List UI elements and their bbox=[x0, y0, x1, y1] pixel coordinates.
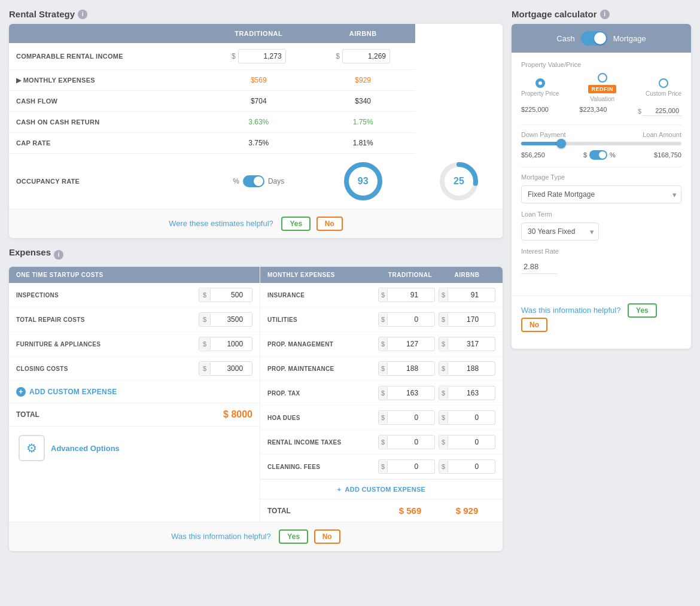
divider2 bbox=[521, 167, 681, 168]
mortgage-card: Cash Mortgage Property Value/Price Prope… bbox=[512, 24, 691, 349]
dp-toggle[interactable] bbox=[589, 150, 607, 160]
onetime-plus-icon: + bbox=[16, 387, 26, 397]
rental-taxes-airbnb-input[interactable] bbox=[448, 436, 481, 449]
col-airbnb: AIRBNB bbox=[311, 24, 415, 43]
insurance-traditional-input[interactable] bbox=[388, 288, 421, 302]
prop-tax-airbnb-input[interactable] bbox=[448, 386, 481, 400]
property-price-radio[interactable] bbox=[535, 78, 545, 88]
loan-amount-label: Loan Amount bbox=[643, 131, 681, 138]
hoa-traditional-input[interactable] bbox=[388, 411, 421, 424]
prop-maint-traditional-input[interactable] bbox=[388, 362, 421, 375]
coc-airbnb: 1.75% bbox=[311, 112, 415, 133]
down-payment-slider[interactable] bbox=[521, 142, 681, 145]
mortgage-no-button[interactable]: No bbox=[521, 318, 547, 332]
strategy-helpful-text: Were these estimates helpful? bbox=[169, 219, 273, 228]
comparable-label: COMPARABLE RENTAL INCOME bbox=[9, 43, 206, 70]
mortgage-type-wrap: Mortgage Type Fixed Rate Mortgage Variab… bbox=[521, 173, 681, 203]
utilities-traditional-input[interactable] bbox=[388, 313, 421, 326]
custom-price-input[interactable] bbox=[643, 106, 681, 116]
prop-maint-airbnb-input[interactable] bbox=[448, 362, 481, 375]
rental-taxes-airbnb-wrap: $ bbox=[439, 435, 495, 449]
strategy-yes-button[interactable]: Yes bbox=[281, 217, 311, 231]
cashflow-label: CASH FLOW bbox=[9, 91, 206, 112]
strategy-no-button[interactable]: No bbox=[316, 217, 343, 231]
custom-price-input-wrap: $ bbox=[638, 106, 681, 116]
monthly-add-custom-button[interactable]: + ADD CUSTOM EXPENSE bbox=[260, 479, 503, 499]
furniture-input[interactable] bbox=[211, 337, 246, 351]
dp-amount: $56,250 bbox=[521, 151, 545, 159]
table-row: CAP RATE 3.75% 1.81% bbox=[9, 133, 503, 154]
rental-strategy-title: Rental Strategy i bbox=[9, 9, 503, 19]
table-row: CASH FLOW $704 $340 bbox=[9, 91, 503, 112]
comparable-traditional-input[interactable] bbox=[238, 49, 286, 63]
interest-rate-input[interactable] bbox=[521, 260, 557, 274]
furniture-label: FURNITURE & APPLIANCES bbox=[16, 341, 194, 348]
cash-mortgage-toggle-btn[interactable] bbox=[581, 31, 607, 45]
monthly-expenses-label: ▶ MONTHLY EXPENSES bbox=[9, 70, 206, 91]
property-price-option-label: Property Price bbox=[521, 90, 559, 97]
utilities-airbnb-wrap: $ bbox=[439, 312, 495, 327]
gear-icon[interactable]: ⚙ bbox=[19, 435, 45, 461]
prop-mgmt-traditional-input[interactable] bbox=[388, 337, 421, 351]
caprate-label: CAP RATE bbox=[9, 133, 206, 154]
monthly-totals-row: TOTAL $ 569 $ 929 bbox=[260, 499, 503, 522]
table-row: CASH ON CASH RETURN 3.63% 1.75% bbox=[9, 112, 503, 133]
monthly-row-cleaning: CLEANING. FEES $ $ bbox=[260, 455, 503, 479]
radio-custom-price[interactable]: Custom Price bbox=[646, 78, 681, 97]
closing-input[interactable] bbox=[211, 362, 246, 375]
occupancy-toggle[interactable] bbox=[243, 175, 264, 187]
rental-taxes-traditional-input[interactable] bbox=[388, 436, 421, 449]
expenses-card: ONE TIME STARTUP COSTS INSPECTIONS $ TOT… bbox=[9, 267, 503, 551]
mortgage-yes-button[interactable]: Yes bbox=[628, 303, 657, 318]
loan-term-select[interactable]: 30 Years Fixed 15 Years Fixed 20 Years F… bbox=[521, 223, 599, 240]
inspections-input[interactable] bbox=[211, 288, 246, 302]
rental-strategy-info-icon[interactable]: i bbox=[78, 10, 87, 19]
expenses-no-button[interactable]: No bbox=[314, 529, 340, 544]
mortgage-type-label: Mortgage Type bbox=[521, 173, 681, 181]
cleaning-label: CLEANING. FEES bbox=[267, 464, 375, 470]
slider-thumb[interactable] bbox=[556, 139, 566, 148]
rental-strategy-label: Rental Strategy bbox=[9, 9, 75, 19]
onetime-add-custom-button[interactable]: + ADD CUSTOM EXPENSE bbox=[9, 381, 260, 403]
cleaning-traditional-input[interactable] bbox=[388, 460, 421, 473]
monthly-expenses-airbnb: $929 bbox=[311, 70, 415, 91]
repair-input[interactable] bbox=[211, 313, 246, 326]
utilities-airbnb-input[interactable] bbox=[448, 313, 481, 326]
monthly-row-hoa: HOA DUES $ $ bbox=[260, 406, 503, 430]
advanced-options-label[interactable]: Advanced Options bbox=[51, 444, 120, 453]
comparable-airbnb-input[interactable] bbox=[342, 49, 390, 63]
radio-property-price[interactable]: Property Price bbox=[521, 78, 559, 97]
radio-valuation[interactable]: REDFIN Valuation bbox=[588, 73, 616, 102]
onetime-header: ONE TIME STARTUP COSTS bbox=[9, 267, 260, 283]
occupancy-airbnb-value: 25 bbox=[454, 176, 464, 187]
slider-fill bbox=[521, 142, 561, 145]
monthly-row-utilities: UTILITIES $ $ bbox=[260, 307, 503, 332]
expenses-info-icon[interactable]: i bbox=[54, 250, 63, 260]
prop-mgmt-airbnb-input[interactable] bbox=[448, 337, 481, 351]
prop-tax-traditional-input[interactable] bbox=[388, 386, 421, 400]
insurance-airbnb-input[interactable] bbox=[448, 288, 481, 302]
mortgage-type-select[interactable]: Fixed Rate Mortgage Variable Rate Mortga… bbox=[521, 185, 681, 203]
table-row: ▶ MONTHLY EXPENSES $569 $929 bbox=[9, 70, 503, 91]
expense-row-furniture: FURNITURE & APPLIANCES $ bbox=[9, 332, 260, 357]
monthly-row-prop-tax: PROP. TAX $ $ bbox=[260, 381, 503, 406]
rental-taxes-label: RENTAL INCOME TAXES bbox=[267, 439, 375, 446]
monthly-row-rental-taxes: RENTAL INCOME TAXES $ $ bbox=[260, 430, 503, 455]
custom-price-option-label: Custom Price bbox=[646, 90, 681, 97]
occupancy-label: OCCUPANCY RATE bbox=[9, 154, 206, 209]
prop-mgmt-label: PROP. MANAGEMENT bbox=[267, 341, 375, 348]
furniture-input-wrap: $ bbox=[199, 337, 252, 351]
repair-label: TOTAL REPAIR COSTS bbox=[16, 316, 194, 323]
dp-toggle-wrap: $ % bbox=[583, 150, 616, 160]
custom-price-radio[interactable] bbox=[659, 78, 668, 88]
hoa-airbnb-input[interactable] bbox=[448, 411, 481, 424]
cleaning-airbnb-input[interactable] bbox=[448, 460, 481, 473]
mortgage-info-icon[interactable]: i bbox=[600, 10, 610, 19]
monthly-row-prop-mgmt: PROP. MANAGEMENT $ $ bbox=[260, 332, 503, 357]
prop-tax-label: PROP. TAX bbox=[267, 390, 375, 397]
expenses-yes-button[interactable]: Yes bbox=[279, 529, 308, 544]
dp-percent-label: % bbox=[610, 151, 616, 159]
valuation-radio[interactable] bbox=[598, 73, 607, 83]
occupancy-toggle-cell: % Days bbox=[206, 154, 311, 209]
property-value-label: Property Value/Price bbox=[521, 61, 681, 68]
